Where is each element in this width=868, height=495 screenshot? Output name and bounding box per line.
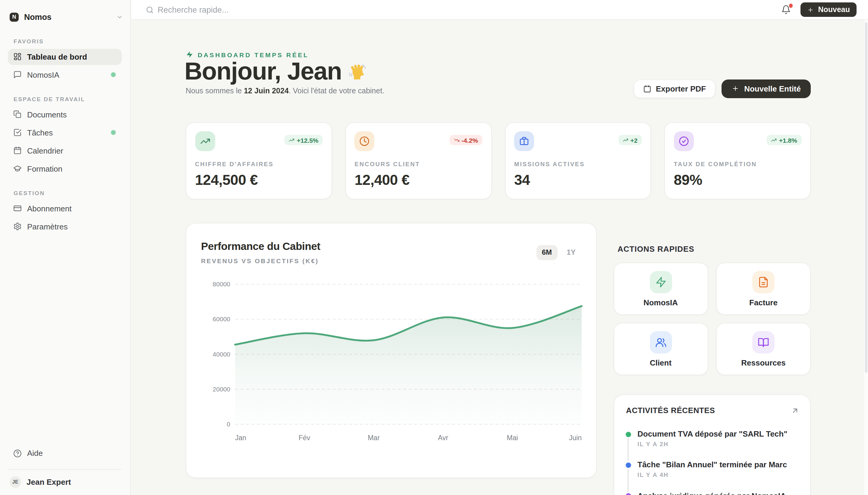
credit-card-icon [13,204,22,213]
activity-dot [625,462,631,468]
workspace-switcher[interactable]: N Nomos [10,8,123,25]
new-entity-button[interactable]: Nouvelle Entité [722,79,811,98]
notification-badge [789,4,793,7]
nav-section-favoris: FAVORIS [14,38,130,45]
performance-chart-card: Performance du Cabinet REVENUS VS OBJECT… [186,223,597,478]
topbar: Nouveau [131,0,868,20]
user-profile[interactable]: JE Jean Expert [10,476,121,488]
book-open-icon [752,331,774,353]
invoice-icon [752,271,774,293]
main-area: Nouveau DASHBOARD TEMPS RÉEL Bonjour, Je… [131,0,868,495]
activity-item[interactable]: Analyse juridique générée par NomosIA IL… [614,491,802,495]
svg-text:Mar: Mar [368,434,380,442]
arrow-up-right-icon[interactable] [791,406,799,415]
new-button[interactable]: Nouveau [801,3,856,17]
help-icon [13,449,22,458]
chat-icon [13,71,22,79]
svg-text:Avr: Avr [438,434,448,442]
briefcase-icon [514,131,534,151]
status-dot [111,72,116,78]
svg-text:Juin: Juin [569,434,582,442]
svg-text:Fév: Fév [299,434,310,442]
quick-action-client[interactable]: Client [613,323,708,375]
area-chart: 020000400006000080000JanFévMarAvrMaiJuin [186,223,597,479]
svg-text:60000: 60000 [213,315,230,323]
sidebar-item-label: Formation [27,165,62,173]
search-input[interactable] [158,5,339,14]
stat-value: 12,400 € [355,171,482,188]
delta-badge: +2 [619,135,642,145]
sidebar-item-aide[interactable]: Aide [7,445,121,462]
page-subtitle: Nous sommes le 12 Juin 2024. Voici l'éta… [186,87,384,96]
layout-dashboard-icon [13,53,22,61]
page-title: Bonjour, Jean [184,58,366,84]
delta-badge: -4.2% [449,135,482,145]
stat-value: 124,500 € [195,171,323,188]
activity-item[interactable]: Tâche "Bilan Annuel" terminée par Marc I… [614,460,802,478]
current-date: 12 Juin 2024 [244,87,289,95]
sidebar-item-label: Tableau de bord [27,52,87,62]
check-square-icon [13,129,22,137]
sidebar-item-formation[interactable]: Formation [7,160,121,177]
plus-icon [732,85,739,92]
calendar-icon [643,85,651,93]
sidebar-item-calendrier[interactable]: Calendrier [7,142,121,159]
sidebar-item-abonnement[interactable]: Abonnement [7,200,121,217]
right-column: ACTIONS RAPIDES NomosIA Facture [613,223,811,478]
dashboard-content: DASHBOARD TEMPS RÉEL Bonjour, Jean [131,20,868,495]
svg-text:80000: 80000 [213,280,230,288]
avatar: JE [10,476,21,488]
sidebar-item-nomosia[interactable]: NomosIA [7,67,121,83]
trending-up-icon [195,131,215,151]
activity-dot [625,493,631,495]
nav-section-gestion: GESTION [14,190,130,196]
users-icon [650,331,672,353]
sidebar-item-label: Documents [27,110,67,119]
sidebar-item-label: Calendrier [27,146,63,155]
notifications-button[interactable] [781,5,791,15]
gear-icon [13,222,22,231]
plus-icon [807,6,814,13]
stat-label: MISSIONS ACTIVES [514,161,642,167]
stat-card-taux-completion: +1.8% TAUX DE COMPLÉTION 89% [665,122,811,199]
search-bar [146,5,781,14]
activities-title: ACTIVITÉS RÉCENTES [626,406,715,415]
app-root: N Nomos FAVORIS Tableau de bord NomosIA … [0,0,868,495]
quick-actions-grid: NomosIA Facture Client [613,262,811,375]
svg-text:40000: 40000 [213,351,230,358]
activity-item[interactable]: Document TVA déposé par "SARL Tech" IL Y… [614,429,802,447]
zap-icon [650,271,672,293]
stat-value: 34 [514,171,642,188]
scrollbar-thumb[interactable] [865,22,867,373]
activity-time: IL Y A 4H [637,472,802,478]
quick-action-facture[interactable]: Facture [716,262,811,315]
sidebar-item-taches[interactable]: Tâches [7,124,121,141]
stat-card-chiffre-daffaires: +12.5% CHIFFRE D'AFFAIRES 124,500 € [186,122,332,199]
sidebar-footer: Aide JE Jean Expert [0,445,130,495]
sidebar: N Nomos FAVORIS Tableau de bord NomosIA … [0,0,131,495]
delta-badge: +1.8% [767,135,801,145]
recent-activities-card: ACTIVITÉS RÉCENTES Document TVA déposé p… [613,394,811,495]
export-pdf-button[interactable]: Exporter PDF [633,79,716,98]
sidebar-item-label: Tâches [27,128,53,137]
stat-value: 89% [674,171,802,188]
chevron-down-icon [116,14,123,20]
stat-card-missions-actives: +2 MISSIONS ACTIVES 34 [505,122,651,199]
sidebar-item-parametres[interactable]: Paramètres [7,218,121,235]
sidebar-item-documents[interactable]: Documents [7,106,121,123]
activity-time: IL Y A 2H [637,441,802,447]
status-dot [111,130,116,135]
sidebar-item-label: Paramètres [27,222,67,231]
sidebar-item-tableau-de-bord[interactable]: Tableau de bord [7,49,121,65]
nav-section-espace: ESPACE DE TRAVAIL [14,96,130,102]
sidebar-item-label: Aide [27,449,43,458]
check-circle-icon [674,131,694,151]
search-icon [146,6,154,14]
graduation-cap-icon [13,165,22,173]
quick-actions-label: ACTIONS RAPIDES [618,244,694,254]
quick-action-ressources[interactable]: Ressources [716,323,811,375]
quick-action-nomosia[interactable]: NomosIA [613,262,708,315]
stat-label: TAUX DE COMPLÉTION [674,161,802,167]
calendar-icon [13,147,22,155]
sidebar-item-label: NomosIA [27,70,59,80]
